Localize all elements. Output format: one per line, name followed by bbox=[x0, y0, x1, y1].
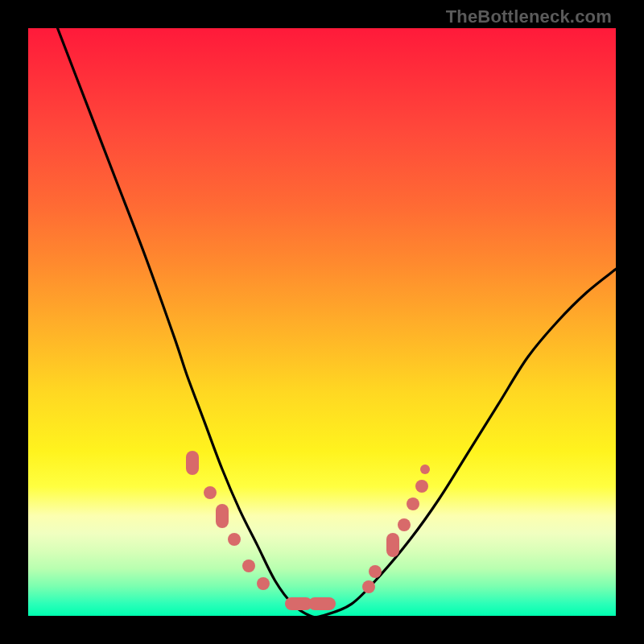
bottleneck-curve bbox=[28, 28, 616, 616]
data-marker bbox=[216, 504, 229, 528]
data-marker bbox=[362, 580, 375, 593]
chart-frame: TheBottleneck.com bbox=[0, 0, 644, 644]
data-marker bbox=[228, 533, 241, 546]
plot-area bbox=[28, 28, 616, 616]
data-marker bbox=[386, 533, 399, 557]
data-marker bbox=[398, 518, 411, 531]
data-marker bbox=[257, 577, 270, 590]
data-marker bbox=[308, 597, 336, 610]
data-marker bbox=[186, 451, 199, 475]
watermark-text: TheBottleneck.com bbox=[446, 6, 612, 27]
data-marker bbox=[420, 464, 430, 474]
data-marker bbox=[369, 565, 382, 578]
data-marker bbox=[204, 486, 217, 499]
data-marker bbox=[242, 559, 255, 572]
